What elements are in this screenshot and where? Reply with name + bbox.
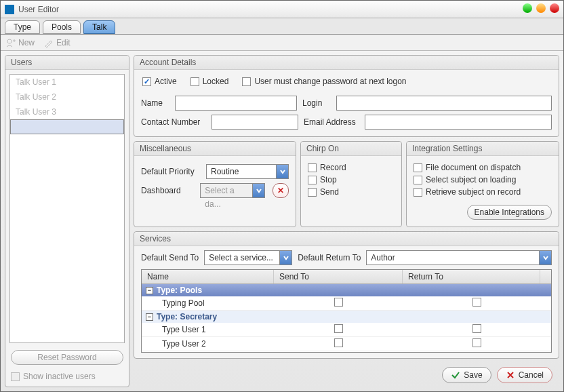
checkbox-icon[interactable]: [472, 324, 481, 333]
svg-point-0: [7, 39, 12, 43]
checkbox-icon[interactable]: [414, 188, 422, 197]
checkbox-icon[interactable]: [472, 298, 481, 307]
check-icon: [451, 370, 460, 380]
service-name: Type User 1: [142, 324, 274, 336]
table-row[interactable]: Type User 2: [142, 337, 551, 351]
user-item[interactable]: Talk User 3: [10, 104, 124, 119]
user-list[interactable]: Talk User 1 Talk User 2 Talk User 3: [9, 74, 125, 343]
cancel-label: Cancel: [519, 370, 544, 380]
chevron-down-icon[interactable]: [276, 165, 288, 178]
save-button[interactable]: Save: [442, 367, 491, 383]
checkbox-icon[interactable]: [308, 188, 317, 197]
login-input[interactable]: [336, 96, 552, 111]
checkbox-icon[interactable]: [142, 77, 151, 86]
chevron-down-icon[interactable]: [252, 184, 264, 197]
cancel-button[interactable]: Cancel: [497, 367, 552, 383]
file-on-dispatch-checkbox[interactable]: File document on dispatch: [414, 163, 552, 172]
chirp-on-panel: Chirp On Record Stop Send: [300, 141, 402, 227]
users-panel-title: Users: [5, 56, 129, 70]
name-input[interactable]: [175, 96, 297, 111]
show-inactive-label: Show inactive users: [23, 372, 96, 381]
right-column: Account Details Active Locked User must …: [134, 55, 559, 387]
clear-dashboard-button[interactable]: ✕: [273, 183, 289, 198]
retrieve-subject-label: Retrieve subject on record: [426, 187, 521, 197]
locked-checkbox[interactable]: Locked: [190, 77, 229, 86]
user-item[interactable]: Talk User 1: [10, 75, 124, 90]
login-label: Login: [302, 98, 331, 108]
checkbox-icon[interactable]: [190, 77, 199, 86]
minimize-icon[interactable]: [523, 3, 532, 13]
reset-password-button[interactable]: Reset Password: [11, 350, 123, 365]
contact-label: Contact Number: [141, 117, 206, 127]
new-button[interactable]: New: [6, 38, 35, 47]
contact-number-input[interactable]: [212, 115, 298, 130]
tab-talk[interactable]: Talk: [83, 20, 115, 34]
select-subject-checkbox[interactable]: Select subject on loading: [414, 175, 552, 184]
account-flags: Active Locked User must change password …: [141, 74, 552, 92]
checkbox-icon[interactable]: [414, 163, 422, 172]
default-priority-select[interactable]: Routine: [206, 164, 289, 179]
chirp-stop-checkbox[interactable]: Stop: [308, 175, 395, 184]
retrieve-subject-checkbox[interactable]: Retrieve subject on record: [414, 187, 552, 197]
email-label: Email Address: [304, 117, 359, 127]
services-title: Services: [134, 232, 559, 246]
table-row[interactable]: Type User 1: [142, 323, 551, 337]
dashboard-select[interactable]: Select a da...: [200, 183, 265, 198]
maximize-icon[interactable]: [536, 3, 546, 13]
enable-integrations-button[interactable]: Enable Integrations: [467, 205, 552, 220]
chirp-send-label: Send: [320, 187, 339, 197]
window-title: User Editor: [18, 5, 59, 14]
table-row[interactable]: [142, 351, 551, 352]
collapse-icon[interactable]: −: [146, 287, 153, 294]
middle-row: Miscellaneous Default Priority Routine D…: [134, 141, 559, 227]
chirp-title: Chirp On: [301, 142, 401, 156]
edit-button-label: Edit: [56, 38, 70, 47]
checkbox-icon[interactable]: [414, 176, 422, 184]
default-return-to-select[interactable]: Author: [366, 250, 552, 265]
chevron-down-icon[interactable]: [539, 251, 551, 264]
users-panel: Users Talk User 1 Talk User 2 Talk User …: [5, 55, 129, 387]
chirp-send-checkbox[interactable]: Send: [308, 187, 395, 197]
checkbox-icon[interactable]: [11, 372, 20, 381]
table-row[interactable]: Typing Pool: [142, 296, 551, 311]
checkbox-icon[interactable]: [472, 338, 481, 347]
user-item-selected[interactable]: [10, 119, 124, 134]
checkbox-icon[interactable]: [242, 77, 251, 86]
active-checkbox[interactable]: Active: [142, 77, 177, 86]
select-subject-label: Select subject on loading: [426, 175, 516, 184]
chirp-record-checkbox[interactable]: Record: [308, 163, 395, 172]
group-pools[interactable]: −Type: Pools: [142, 284, 551, 296]
group-secretary[interactable]: −Type: Secretary: [142, 311, 551, 323]
user-plus-icon: [6, 38, 16, 47]
file-on-dispatch-label: File document on dispatch: [426, 163, 521, 172]
services-table-header: Name Send To Return To: [142, 270, 551, 284]
tab-type[interactable]: Type: [5, 20, 40, 34]
header-return-to: Return To: [403, 270, 540, 283]
checkbox-icon[interactable]: [334, 338, 343, 347]
checkbox-icon[interactable]: [334, 298, 343, 307]
chirp-stop-label: Stop: [320, 175, 337, 184]
collapse-icon[interactable]: −: [146, 313, 153, 321]
show-inactive-users[interactable]: Show inactive users: [5, 369, 129, 387]
service-name: Typing Pool: [142, 297, 274, 309]
default-priority-label: Default Priority: [141, 167, 201, 176]
edit-button[interactable]: Edit: [44, 38, 70, 47]
x-icon: [506, 370, 515, 380]
checkbox-icon[interactable]: [308, 176, 317, 184]
checkbox-icon[interactable]: [334, 324, 343, 333]
checkbox-icon[interactable]: [308, 163, 317, 172]
must-change-password-checkbox[interactable]: User must change password at next logon: [242, 77, 406, 86]
user-item[interactable]: Talk User 2: [10, 90, 124, 104]
close-icon[interactable]: [550, 3, 559, 13]
button-bar: Save Cancel: [134, 363, 559, 387]
default-send-to-select[interactable]: Select a service...: [204, 250, 292, 265]
chevron-down-icon[interactable]: [279, 251, 291, 264]
active-label: Active: [155, 77, 177, 86]
email-address-input[interactable]: [365, 115, 552, 130]
titlebar: User Editor: [1, 1, 563, 18]
services-table-body[interactable]: −Type: Pools Typing Pool −Type: Secretar…: [142, 284, 551, 352]
account-details-panel: Account Details Active Locked User must …: [134, 55, 559, 137]
miscellaneous-panel: Miscellaneous Default Priority Routine D…: [134, 141, 296, 227]
new-button-label: New: [18, 38, 35, 47]
tab-pools[interactable]: Pools: [43, 20, 81, 34]
